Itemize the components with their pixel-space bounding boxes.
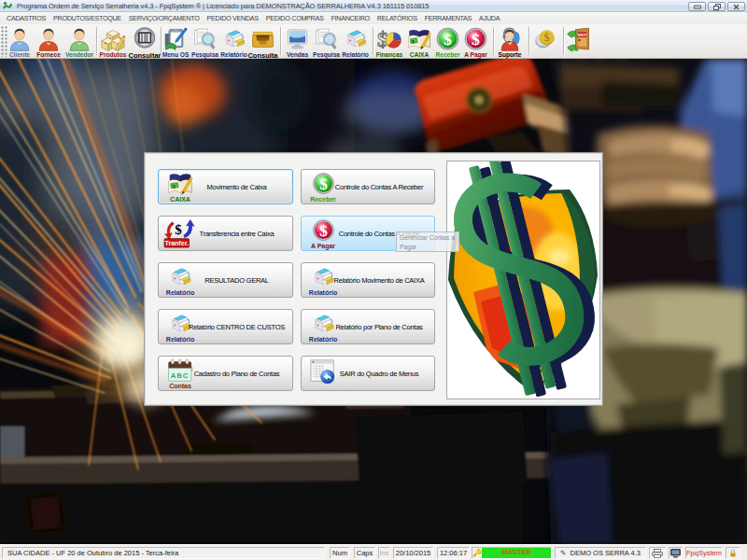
svg-text:$: $: [319, 175, 328, 193]
svg-text:$: $: [472, 30, 480, 49]
svg-text:$: $: [544, 31, 550, 44]
svg-text:$: $: [175, 222, 182, 237]
svg-text:EXIT: EXIT: [578, 33, 586, 37]
svg-text:$: $: [319, 222, 328, 240]
svg-text:$: $: [444, 30, 452, 49]
svg-text:ABC: ABC: [170, 371, 189, 380]
svg-text:Tranfer.: Tranfer.: [165, 240, 190, 246]
